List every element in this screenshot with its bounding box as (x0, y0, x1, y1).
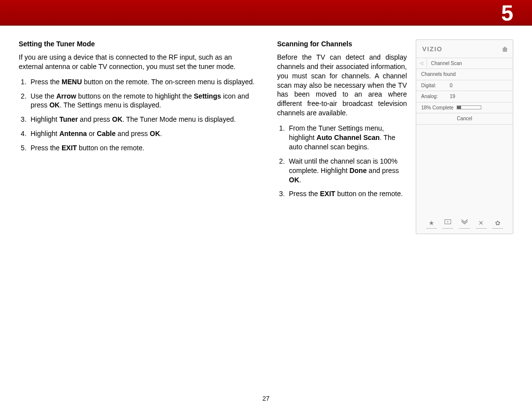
step: From the Tuner Settings menu, highlight … (277, 124, 407, 152)
page-number: 27 (0, 395, 532, 402)
step: Press the MENU button on the remote. The… (19, 77, 255, 87)
step: Wait until the channel scan is 100% comp… (277, 157, 407, 185)
home-icon[interactable] (502, 46, 508, 52)
osd-digital-label: Digital: (421, 82, 450, 89)
close-icon[interactable]: ✕ (476, 219, 487, 229)
chapter-number: 5 (501, 1, 513, 26)
star-icon[interactable]: ★ (426, 219, 437, 229)
gear-icon[interactable]: ✿ (492, 219, 503, 229)
osd-analog-value: 19 (450, 93, 455, 100)
column-left: Setting the Tuner Mode If you are using … (19, 39, 258, 234)
chapter-header-bar: 5 (0, 0, 532, 26)
heading-scanning: Scanning for Channels (277, 39, 407, 49)
osd-progress-text: 18% Complete (421, 104, 454, 111)
osd-logo: VIZIO (422, 45, 442, 54)
osd-progress-row: 18% Complete (416, 103, 513, 114)
intro-right: Before the TV can detect and display cha… (277, 53, 407, 118)
progress-bar (457, 105, 481, 109)
step: Use the Arrow buttons on the remote to h… (19, 92, 255, 110)
step: Highlight Tuner and press OK. The Tuner … (19, 115, 255, 124)
step: Press the EXIT button on the remote. (19, 143, 255, 153)
osd-digital-row: Digital: 0 (416, 80, 513, 92)
osd-digital-value: 0 (450, 82, 453, 89)
heading-tuner-mode: Setting the Tuner Mode (19, 39, 255, 49)
column-right: Scanning for Channels Before the TV can … (277, 39, 514, 234)
osd-analog-row: Analog: 19 (416, 91, 513, 103)
progress-fill (457, 106, 462, 109)
osd-bottom-icons: ★ ✕ ✿ (416, 219, 513, 229)
cc-icon[interactable] (442, 219, 453, 229)
wide-icon[interactable] (459, 219, 470, 229)
svg-point-1 (447, 221, 448, 222)
osd-cancel[interactable]: Cancel (416, 113, 513, 125)
osd-title: Channel Scan (427, 58, 466, 69)
back-icon[interactable]: ◁ (416, 58, 427, 68)
steps-left: Press the MENU button on the remote. The… (19, 77, 255, 153)
steps-right: From the Tuner Settings menu, highlight … (277, 124, 407, 199)
osd-panel: VIZIO ◁ Channel Scan Channels found Digi… (416, 39, 513, 234)
intro-left: If you are using a device that is connec… (19, 53, 255, 71)
step: Press the EXIT button on the remote. (277, 189, 407, 199)
osd-channels-found: Channels found (416, 69, 513, 80)
osd-analog-label: Analog: (421, 93, 450, 100)
step: Highlight Antenna or Cable and press OK. (19, 129, 255, 138)
